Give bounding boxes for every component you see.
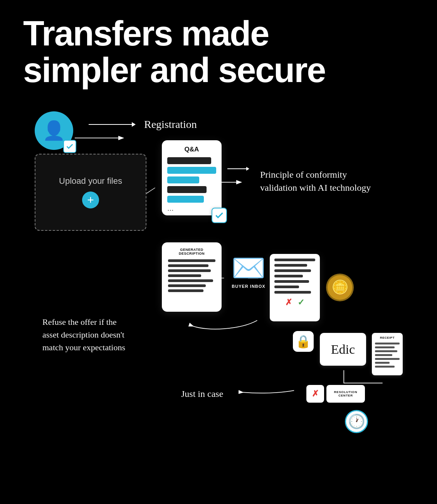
buyer-inbox-block: ✉️ BUYER INBOX (231, 254, 266, 289)
just-in-case-label: Just in case (181, 389, 223, 399)
gen-line-6 (168, 284, 206, 287)
resolution-block: ✗ RESOLUTIONCENTER (306, 385, 365, 403)
accept-icon[interactable]: ✓ (297, 297, 304, 307)
qa-bubble-2 (167, 167, 216, 174)
qa-bubble-4 (167, 186, 207, 193)
gen-line-4 (168, 274, 201, 277)
receipt-line-3 (375, 350, 397, 352)
generated-title: GENERATEDDESCRIPTION (168, 248, 215, 255)
gen-line-7 (168, 289, 203, 292)
receipt-line-2 (375, 346, 395, 348)
signature-text: Edic (331, 342, 355, 357)
envelope-icon: ✉️ (231, 254, 266, 282)
receipt-line-7 (375, 366, 395, 368)
receipt-line-4 (375, 354, 392, 356)
resolution-x-icon: ✗ (306, 385, 324, 403)
lock-icon: 🔒 (293, 331, 314, 352)
upload-plus-button[interactable]: + (82, 192, 99, 208)
hero-title: Transfers made simpler and secure (23, 15, 355, 88)
resolution-label-box: RESOLUTIONCENTER (326, 385, 365, 403)
qa-bubble-3 (167, 176, 199, 183)
person-icon: 👤 (42, 120, 66, 141)
reject-icon[interactable]: ✗ (285, 297, 292, 307)
offer-line-5 (274, 280, 309, 283)
avatar-block: 👤 (35, 111, 89, 154)
offer-line-7 (274, 291, 311, 294)
offer-line-4 (274, 275, 303, 277)
offer-line-2 (274, 264, 307, 267)
gen-line-3 (168, 269, 211, 272)
gen-line-1 (168, 259, 215, 262)
upload-label: Upload your files (59, 176, 122, 186)
arrow-line (89, 124, 135, 125)
signature-card: Edic (320, 333, 366, 366)
offer-actions: ✗ ✓ (274, 297, 315, 307)
refuse-label: Refuse the offer if theasset description… (42, 316, 125, 354)
upload-box[interactable]: Upload your files + (35, 154, 146, 231)
registration-arrow: Registration (89, 118, 197, 131)
receipt-title: RECEIPT (375, 336, 400, 339)
receipt-card: RECEIPT (372, 333, 403, 375)
qa-title: Q&A (167, 146, 216, 153)
conformity-label: Principle of conformityvalidation with A… (260, 168, 371, 194)
receipt-line-1 (375, 343, 400, 344)
page-wrapper: Transfers made simpler and secure (0, 0, 437, 504)
qa-card: Q&A ··· (162, 140, 222, 215)
conformity-section: Principle of conformityvalidation with A… (227, 168, 371, 194)
coin-icon: 🪙 (328, 275, 352, 300)
buyer-inbox-label: BUYER INBOX (232, 284, 265, 289)
flow-diagram: 👤 Registration Upload your files + Q&A (23, 111, 414, 489)
qa-dots: ··· (167, 205, 216, 214)
receipt-line-5 (375, 358, 400, 360)
offer-line-3 (274, 269, 311, 272)
offer-card: ✗ ✓ (270, 254, 320, 321)
qa-bubble-5 (167, 196, 204, 203)
generated-card: GENERATEDDESCRIPTION (162, 242, 222, 312)
avatar-check-icon (63, 140, 76, 153)
qa-checkmark-icon (212, 208, 227, 223)
receipt-line-6 (375, 362, 390, 364)
offer-line-6 (274, 286, 299, 288)
gen-line-2 (168, 264, 208, 267)
resolution-label: RESOLUTIONCENTER (334, 390, 357, 397)
clock-icon: 🕐 (345, 410, 368, 433)
avatar-circle: 👤 (35, 111, 73, 150)
registration-label: Registration (144, 118, 197, 131)
qa-bubble-1 (167, 157, 211, 164)
gen-line-5 (168, 279, 213, 282)
offer-line-1 (274, 259, 315, 261)
